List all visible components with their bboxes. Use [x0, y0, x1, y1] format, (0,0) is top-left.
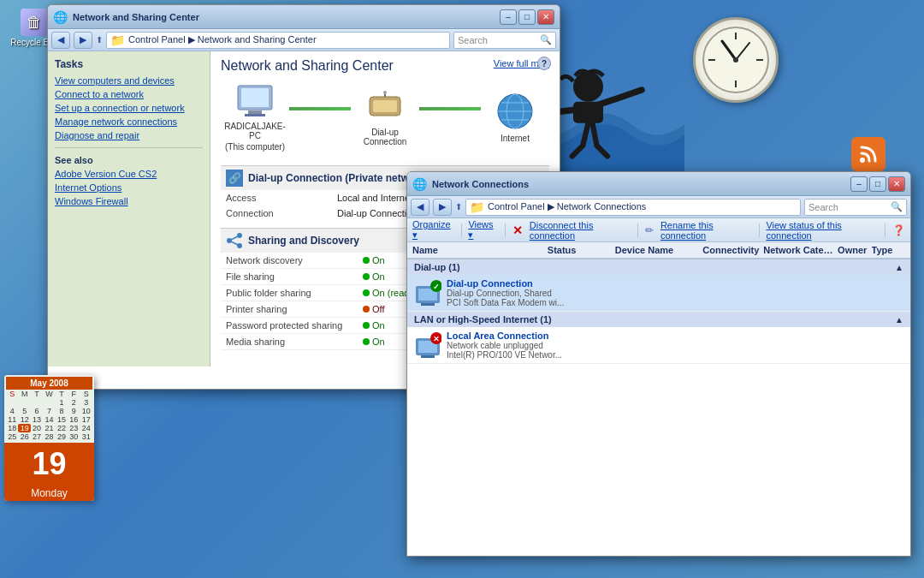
nc-title: Network Connections	[432, 179, 850, 189]
file-sharing-status: On	[363, 271, 385, 282]
see-also-title: See also	[55, 155, 203, 165]
nc-close-button[interactable]: ✕	[888, 176, 905, 192]
network-node-internet: Internet	[481, 91, 549, 143]
nc-toolbar: Organize ▾ Views ▾ ✕ Disconnect this con…	[407, 218, 910, 242]
nc-maximize-button[interactable]: □	[869, 176, 886, 192]
access-value: Local and Internet	[337, 193, 412, 203]
nc-rename-button[interactable]: Rename this connection	[660, 220, 752, 241]
calendar-day-name: Monday	[4, 486, 94, 501]
cal-hdr-mon: M	[18, 390, 30, 398]
nc-lan-connection-row[interactable]: ✕ Local Area Connection Network cable un…	[407, 327, 910, 364]
lan-conn-detail1: Network cable unplugged	[447, 341, 903, 350]
nc-viewstatus-button[interactable]: View status of this connection	[766, 220, 878, 241]
public-folder-dot	[363, 289, 370, 296]
password-sharing-dot	[363, 322, 370, 329]
sidebar-link-computers[interactable]: View computers and devices	[55, 75, 203, 86]
file-sharing-label: File sharing	[226, 271, 363, 282]
sidebar-link-diagnose[interactable]: Diagnose and repair	[55, 130, 203, 140]
nsc-addressbar: ◀ ▶ ⬆ 📁 Control Panel ▶ Network and Shar…	[48, 29, 560, 51]
calendar-days: 123 45678910 11121314151617 181920212223…	[6, 398, 92, 441]
computer-node-label2: (This computer)	[225, 142, 285, 152]
connection-header-text: Dial-up Connection (Private network)	[248, 172, 429, 184]
nc-dialup-group-label: Dial-up (1)	[414, 262, 460, 272]
nc-back-button[interactable]: ◀	[411, 199, 429, 216]
media-sharing-dot	[363, 338, 370, 345]
nc-breadcrumb[interactable]: 📁 Control Panel ▶ Network Connections	[465, 199, 801, 216]
nsc-help-button[interactable]: ?	[537, 57, 551, 70]
sidebar-link-firewall[interactable]: Windows Firewall	[55, 196, 203, 206]
network-line-1	[289, 107, 351, 110]
calendar-month-header: May 2008	[6, 377, 92, 390]
nc-dialup-connection-row[interactable]: ✓ Dial-up Connection Dial-up Connection,…	[407, 275, 910, 312]
nc-organize-button[interactable]: Organize ▾	[412, 219, 454, 241]
svg-text:🔗: 🔗	[228, 171, 241, 184]
nc-minimize-button[interactable]: –	[850, 176, 868, 192]
col-header-status: Status	[548, 245, 615, 255]
dialup-conn-name: Dial-up Connection	[447, 278, 903, 289]
computer-icon	[234, 82, 275, 120]
nc-search-input[interactable]: Search 🔍	[804, 199, 907, 216]
cal-hdr-wed: W	[43, 390, 55, 398]
nsc-window-buttons: – □ ✕	[500, 9, 554, 25]
nc-lan-group-header: LAN or High-Speed Internet (1) ▲	[407, 312, 910, 327]
sidebar-link-connect[interactable]: Connect to a network	[55, 89, 203, 99]
sharing-header-icon	[226, 232, 243, 249]
cal-hdr-sun: S	[6, 390, 18, 398]
nc-lan-group-label: LAN or High-Speed Internet (1)	[414, 314, 552, 325]
nc-titlebar: 🌐 Network Connections – □ ✕	[407, 172, 910, 196]
nc-views-button[interactable]: Views ▾	[468, 219, 498, 241]
lan-connection-icon: ✕	[414, 331, 441, 359]
nsc-breadcrumb[interactable]: 📁 Control Panel ▶ Network and Sharing Ce…	[106, 32, 450, 49]
nsc-minimize-button[interactable]: –	[500, 9, 517, 25]
svg-text:✕: ✕	[433, 335, 440, 343]
nc-lan-collapse-button[interactable]: ▲	[895, 315, 903, 325]
file-sharing-dot	[363, 273, 370, 280]
sidebar-link-adobe[interactable]: Adobe Version Cue CS2	[55, 169, 203, 179]
network-map: RADICALJAKE-PC (This computer) Dial-up C…	[221, 82, 549, 152]
sidebar-link-manage[interactable]: Manage network connections	[55, 116, 203, 127]
svg-rect-14	[245, 114, 265, 116]
col-header-device: Device Name	[615, 245, 703, 255]
svg-point-9	[733, 57, 738, 63]
sidebar-link-setup[interactable]: Set up a connection or network	[55, 103, 203, 113]
nc-disconnect-button[interactable]: Disconnect this connection	[530, 220, 631, 241]
dialup-connection-icon: ✓	[414, 279, 441, 307]
nc-addressbar: ◀ ▶ ⬆ 📁 Control Panel ▶ Network Connecti…	[407, 196, 910, 218]
desktop: 🗑 Recycle Bi...	[0, 0, 924, 578]
cal-hdr-thu: T	[56, 390, 68, 398]
sharing-header-text: Sharing and Discovery	[248, 235, 359, 247]
nsc-titlebar: 🌐 Network and Sharing Center – □ ✕	[48, 5, 560, 29]
internet-node-label1: Internet	[500, 134, 530, 143]
rss-widget[interactable]	[851, 137, 886, 171]
access-label: Access	[226, 193, 337, 203]
router-icon	[364, 88, 406, 126]
printer-sharing-dot	[363, 306, 370, 313]
nc-dialup-collapse-button[interactable]: ▲	[895, 263, 903, 272]
sidebar-divider	[55, 147, 203, 148]
nc-window-buttons: – □ ✕	[850, 176, 905, 192]
network-line-2	[419, 107, 481, 110]
nc-dialup-group-header: Dial-up (1) ▲	[407, 259, 910, 275]
dialup-conn-info: Dial-up Connection Dial-up Connection, S…	[447, 278, 903, 307]
dialup-conn-detail1: Dial-up Connection, Shared	[447, 289, 903, 298]
disconnect-icon: ✕	[512, 223, 523, 237]
nsc-close-button[interactable]: ✕	[537, 9, 554, 25]
nc-forward-button[interactable]: ▶	[433, 199, 452, 216]
nsc-search-input[interactable]: Search 🔍	[453, 32, 556, 49]
calendar-day-headers: S M T W T F S	[6, 390, 92, 398]
svg-point-10	[860, 158, 865, 163]
nsc-forward-button[interactable]: ▶	[74, 32, 92, 49]
nsc-sidebar: Tasks View computers and devices Connect…	[48, 51, 210, 366]
network-discovery-status: On	[363, 255, 385, 265]
svg-line-30	[229, 241, 240, 246]
sidebar-link-internet-options[interactable]: Internet Options	[55, 182, 203, 193]
svg-rect-12	[241, 88, 269, 107]
password-sharing-label: Password protected sharing	[226, 320, 363, 331]
nsc-maximize-button[interactable]: □	[518, 9, 536, 25]
col-header-type: Type	[872, 245, 905, 255]
col-header-category: Network Category	[763, 245, 838, 255]
svg-line-29	[229, 235, 240, 241]
nsc-back-button[interactable]: ◀	[51, 32, 70, 49]
nc-help-button[interactable]: ❓	[892, 224, 905, 236]
toolbar-sep-1	[461, 223, 462, 237]
